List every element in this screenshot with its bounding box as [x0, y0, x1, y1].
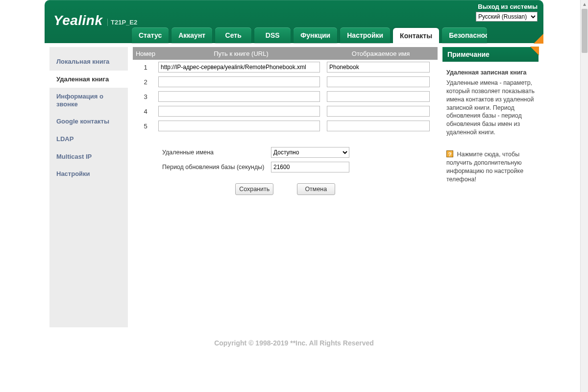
name-input-5[interactable] [327, 121, 430, 131]
col-number: Номер [133, 50, 158, 57]
table-row: 1 [133, 60, 438, 74]
row-num: 1 [133, 64, 158, 71]
sidebar-item-ldap[interactable]: LDAP [49, 130, 128, 148]
scroll-up-icon[interactable]: ▲ [581, 0, 588, 8]
header: Выход из системы Русский (Russian) Yeali… [45, 0, 543, 43]
help-icon: ? [446, 150, 453, 157]
col-url: Путь к книге (URL) [158, 50, 324, 57]
corner-accent-icon [534, 34, 543, 44]
sidebar-item-settings[interactable]: Настройки [49, 165, 128, 183]
refresh-label: Период обновления базы (секунды) [162, 164, 271, 171]
tab-account[interactable]: Аккаунт [172, 27, 212, 43]
remote-names-select[interactable]: Доступно [271, 147, 349, 158]
note-help-link[interactable]: Нажмите сюда, чтобы получить дополнитель… [446, 151, 523, 183]
tab-settings[interactable]: Настройки [340, 27, 390, 43]
language-select[interactable]: Русский (Russian) [476, 12, 538, 22]
sidebar-item-google[interactable]: Google контакты [49, 113, 128, 130]
url-input-5[interactable] [158, 121, 320, 131]
note-heading: Удаленная записная книга [446, 69, 535, 77]
language-select-wrap: Русский (Russian) [476, 12, 538, 22]
refresh-input[interactable] [271, 162, 349, 172]
table-row: 3 [133, 89, 438, 104]
name-input-2[interactable] [327, 76, 430, 87]
table-row: 2 [133, 74, 438, 89]
table-header: Номер Путь к книге (URL) Отображаемое им… [133, 47, 438, 60]
sidebar: Локальная книга Удаленная книга Информац… [49, 47, 128, 327]
save-button[interactable]: Сохранить [235, 183, 273, 195]
url-input-1[interactable] [158, 62, 320, 73]
row-num: 2 [133, 78, 158, 86]
sidebar-item-multicast[interactable]: Multicast IP [49, 148, 128, 166]
footer-copyright: Copyright © 1998-2019 **Inc. All Rights … [45, 332, 543, 354]
scrollbar-vertical[interactable]: ▲ [580, 0, 588, 392]
remote-names-label: Удаленные имена [162, 149, 271, 156]
tab-network[interactable]: Сеть [215, 27, 251, 43]
tab-dss[interactable]: DSS [254, 27, 291, 43]
note-title: Примечание [442, 47, 539, 62]
corner-accent-icon [530, 47, 539, 55]
name-input-4[interactable] [327, 106, 430, 117]
sidebar-item-local[interactable]: Локальная книга [49, 53, 128, 71]
url-input-4[interactable] [158, 106, 320, 117]
row-num: 5 [133, 122, 158, 130]
cancel-button[interactable]: Отмена [297, 183, 335, 195]
name-input-1[interactable] [327, 62, 430, 73]
tab-features[interactable]: Функции [294, 27, 337, 43]
table-row: 5 [133, 119, 438, 133]
url-input-2[interactable] [158, 76, 320, 87]
col-name: Отображаемое имя [324, 50, 438, 57]
tab-bar: Статус Аккаунт Сеть DSS Функции Настройк… [132, 27, 487, 43]
logout-link[interactable]: Выход из системы [478, 3, 538, 10]
sidebar-item-remote[interactable]: Удаленная книга [49, 71, 128, 88]
main-panel: Номер Путь к книге (URL) Отображаемое им… [133, 47, 438, 327]
scroll-thumb[interactable] [582, 9, 588, 53]
name-input-3[interactable] [327, 91, 430, 102]
note-panel: Примечание Удаленная записная книга Удал… [442, 47, 539, 327]
sidebar-item-callinfo[interactable]: Информация о звонке [49, 88, 128, 113]
url-input-3[interactable] [158, 91, 320, 102]
note-text: Удаленные имена - параметр, который позв… [446, 79, 535, 136]
logo: Yealink [53, 13, 103, 28]
tab-contacts[interactable]: Контакты [393, 28, 439, 44]
row-num: 3 [133, 93, 158, 100]
tab-status[interactable]: Статус [132, 27, 169, 43]
row-num: 4 [133, 108, 158, 115]
model-label: T21P_E2 [107, 19, 137, 26]
tab-security[interactable]: Безопасность [442, 27, 487, 43]
table-row: 4 [133, 104, 438, 119]
